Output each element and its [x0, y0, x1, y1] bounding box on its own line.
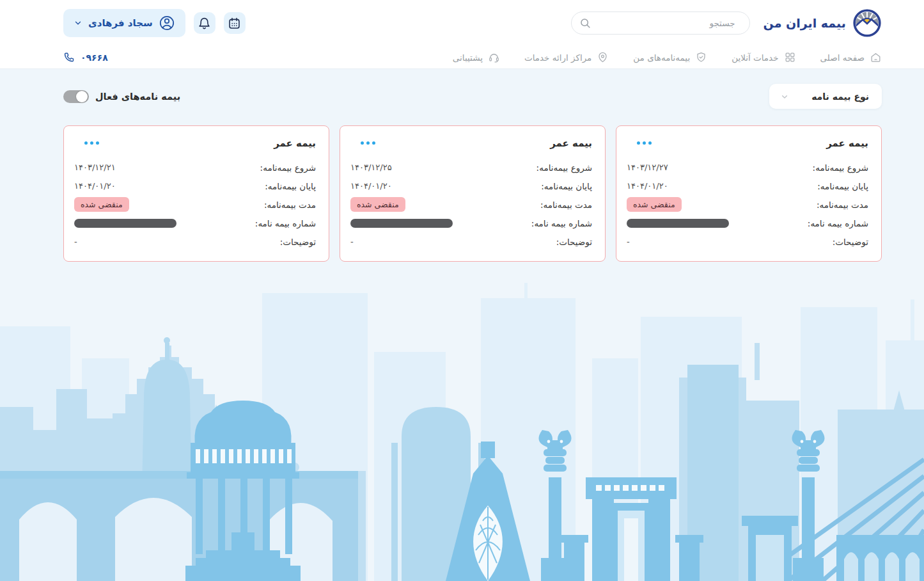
shield-check-icon — [695, 51, 707, 63]
search-input[interactable] — [571, 12, 750, 35]
nav-item-label: خدمات آنلاین — [732, 52, 778, 63]
field-label: پایان بیمه‌نامه: — [541, 181, 592, 191]
field-value: - — [74, 237, 77, 246]
policy-end-row: پایان بیمه‌نامه: ۱۴۰۴/۰۱/۲۰ — [350, 177, 592, 195]
policy-number-redacted — [74, 219, 176, 228]
nav-item-my-policies[interactable]: بیمه‌نامه‌های من — [633, 51, 707, 63]
nav-item-home[interactable]: صفحه اصلی — [820, 51, 882, 63]
policy-type-select-label: نوع بیمه نامه — [811, 92, 869, 102]
user-menu-button[interactable]: سجاد فرهادی — [63, 9, 185, 37]
nav-item-label: بیمه‌نامه‌های من — [633, 52, 690, 63]
card-header: بیمه عمر — [74, 138, 316, 149]
headset-icon — [488, 51, 500, 63]
field-label: توضیحات: — [833, 237, 868, 247]
more-menu-button[interactable] — [634, 139, 654, 147]
notifications-button[interactable] — [194, 12, 215, 34]
chevron-down-icon — [74, 19, 82, 28]
field-label: شماره بیمه نامه: — [808, 218, 868, 228]
nav-item-label: صفحه اصلی — [820, 52, 865, 63]
policy-title: بیمه عمر — [274, 138, 316, 149]
field-label: شروع بیمه‌نامه: — [260, 163, 316, 173]
field-label: توضیحات: — [280, 237, 316, 247]
search-icon — [579, 17, 591, 29]
more-menu-button[interactable] — [358, 139, 378, 147]
card-header: بیمه عمر — [350, 138, 592, 149]
card-rows: شروع بیمه‌نامه: ۱۴۰۳/۱۲/۲۷ پایان بیمه‌نا… — [627, 158, 868, 251]
field-label: پایان بیمه‌نامه: — [817, 181, 868, 191]
field-label: پایان بیمه‌نامه: — [265, 181, 316, 191]
field-label: شروع بیمه‌نامه: — [536, 163, 592, 173]
policy-type-select[interactable]: نوع بیمه نامه — [769, 84, 882, 109]
policy-start-row: شروع بیمه‌نامه: ۱۴۰۳/۱۲/۲۵ — [350, 158, 592, 177]
card-rows: شروع بیمه‌نامه: ۱۴۰۳/۱۲/۲۵ پایان بیمه‌نا… — [350, 158, 592, 251]
user-icon — [159, 15, 175, 31]
field-value: ۱۴۰۳/۱۲/۲۱ — [74, 163, 116, 172]
field-value: - — [350, 237, 354, 246]
toggle-knob — [76, 91, 88, 102]
policy-card: بیمه عمر شروع بیمه‌نامه: ۱۴۰۳/۱۲/۲۵ پایا… — [340, 125, 606, 262]
card-rows: شروع بیمه‌نامه: ۱۴۰۳/۱۲/۲۱ پایان بیمه‌نا… — [74, 158, 316, 251]
field-label: شروع بیمه‌نامه: — [813, 163, 868, 173]
nav-item-label: مراکز ارائه خدمات — [524, 52, 591, 63]
nav-item-support[interactable]: پشتیبانی — [453, 51, 500, 63]
page: بیمه ایران من — [0, 0, 924, 581]
calendar-button[interactable] — [224, 12, 246, 34]
map-pin-icon — [597, 51, 609, 63]
field-label: شماره بیمه نامه: — [531, 218, 592, 228]
brand-logo[interactable]: بیمه ایران من — [763, 8, 882, 38]
header-top: بیمه ایران من — [0, 0, 924, 46]
field-label: مدت بیمه‌نامه: — [817, 200, 868, 210]
more-menu-button[interactable] — [82, 139, 102, 147]
main-nav: صفحه اصلی خدمات آنلاین — [0, 46, 924, 69]
support-phone-number: ۰۹۶۶۸ — [81, 52, 108, 63]
policy-start-row: شروع بیمه‌نامه: ۱۴۰۳/۱۲/۲۷ — [627, 158, 868, 177]
policy-card: بیمه عمر شروع بیمه‌نامه: ۱۴۰۳/۱۲/۲۱ پایا… — [63, 125, 329, 262]
policy-cards: بیمه عمر شروع بیمه‌نامه: ۱۴۰۳/۱۲/۲۷ پایا… — [63, 125, 882, 262]
brand-name: بیمه ایران من — [763, 16, 846, 30]
card-header: بیمه عمر — [627, 138, 868, 149]
policy-number-row: شماره بیمه نامه: — [350, 214, 592, 232]
content: نوع بیمه نامه بیمه نامه‌های فعال بیمه عم… — [0, 69, 924, 581]
policy-number-row: شماره بیمه نامه: — [627, 214, 868, 232]
home-icon — [870, 51, 882, 63]
policy-title: بیمه عمر — [550, 138, 592, 149]
policy-notes-row: توضیحات: - — [350, 232, 592, 251]
field-label: توضیحات: — [556, 237, 592, 247]
bell-icon — [198, 17, 211, 30]
status-badge: منقضی شده — [627, 197, 682, 212]
support-phone[interactable]: ۰۹۶۶۸ — [63, 51, 108, 63]
policy-start-row: شروع بیمه‌نامه: ۱۴۰۳/۱۲/۲۱ — [74, 158, 316, 177]
policy-card: بیمه عمر شروع بیمه‌نامه: ۱۴۰۳/۱۲/۲۷ پایا… — [616, 125, 882, 262]
search-box — [571, 12, 750, 35]
nav-item-service-centers[interactable]: مراکز ارائه خدمات — [524, 51, 609, 63]
policy-duration-row: مدت بیمه‌نامه: منقضی شده — [627, 195, 868, 214]
status-badge: منقضی شده — [350, 197, 405, 212]
active-policies-filter: بیمه نامه‌های فعال — [63, 90, 180, 103]
field-value: ۱۴۰۴/۰۱/۲۰ — [74, 181, 116, 191]
container: نوع بیمه نامه بیمه نامه‌های فعال بیمه عم… — [63, 84, 882, 262]
calendar-icon — [228, 17, 241, 30]
policy-number-row: شماره بیمه نامه: — [74, 214, 316, 232]
phone-icon — [63, 51, 75, 63]
header: بیمه ایران من — [0, 0, 924, 69]
active-policies-toggle[interactable] — [63, 90, 89, 103]
filter-row: نوع بیمه نامه بیمه نامه‌های فعال — [63, 84, 882, 109]
policy-number-redacted — [627, 219, 729, 228]
chevron-down-icon — [779, 92, 790, 102]
nav-item-online-services[interactable]: خدمات آنلاین — [732, 51, 795, 63]
policy-notes-row: توضیحات: - — [627, 232, 868, 251]
policy-title: بیمه عمر — [826, 138, 868, 149]
field-value: - — [627, 237, 630, 246]
field-value: ۱۴۰۳/۱۲/۲۵ — [350, 163, 392, 172]
city-skyline-illustration — [0, 282, 924, 581]
field-label: مدت بیمه‌نامه: — [264, 200, 316, 210]
policy-duration-row: مدت بیمه‌نامه: منقضی شده — [74, 195, 316, 214]
policy-duration-row: مدت بیمه‌نامه: منقضی شده — [350, 195, 592, 214]
policy-end-row: پایان بیمه‌نامه: ۱۴۰۴/۰۱/۲۰ — [74, 177, 316, 195]
user-name: سجاد فرهادی — [88, 17, 153, 29]
field-value: ۱۴۰۳/۱۲/۲۷ — [627, 163, 668, 172]
policy-end-row: پایان بیمه‌نامه: ۱۴۰۴/۰۱/۲۰ — [627, 177, 868, 195]
sunrise-mountain-logo-icon — [852, 8, 882, 38]
policy-notes-row: توضیحات: - — [74, 232, 316, 251]
field-label: شماره بیمه نامه: — [255, 218, 316, 228]
